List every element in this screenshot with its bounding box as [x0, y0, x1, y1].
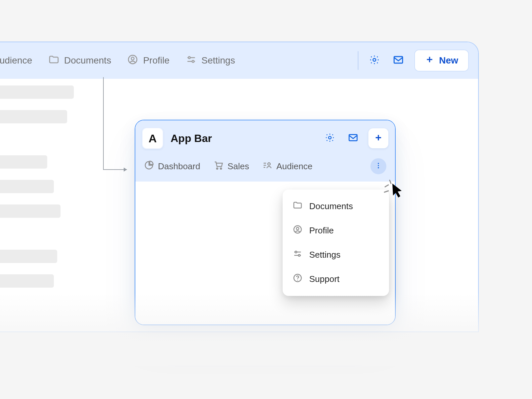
- mail-button[interactable]: [390, 53, 406, 68]
- svg-point-16: [216, 168, 218, 169]
- settings-button[interactable]: [366, 53, 382, 68]
- appbar-divider: [358, 51, 358, 70]
- svg-point-21: [268, 163, 271, 165]
- skeleton-line: [0, 155, 47, 169]
- svg-point-26: [296, 227, 299, 230]
- tab-sales[interactable]: Sales: [213, 160, 249, 173]
- svg-point-22: [378, 163, 379, 164]
- tab-audience-label: Audience: [276, 161, 312, 172]
- nav-settings-label: Settings: [201, 55, 235, 66]
- folder-icon: [48, 54, 60, 67]
- svg-point-27: [295, 251, 297, 253]
- overflow-button[interactable]: [370, 158, 386, 174]
- desktop-appbar: Audience Documents Profile Settings: [0, 42, 478, 79]
- plus-icon: [374, 133, 383, 144]
- nav-audience[interactable]: Audience: [0, 55, 32, 66]
- menu-item-profile[interactable]: Profile: [283, 218, 389, 243]
- users-list-icon: [262, 160, 272, 173]
- skeleton-line: [0, 85, 74, 99]
- mail-icon: [348, 132, 358, 144]
- skeleton-line: [0, 180, 54, 193]
- compact-tabs: Dashboard Sales Audience: [142, 149, 388, 182]
- compact-appbar: A App Bar: [135, 120, 395, 182]
- overflow-menu: Documents Profile Settings Support: [283, 190, 389, 296]
- svg-point-5: [192, 60, 194, 62]
- svg-point-30: [298, 254, 300, 256]
- compact-settings-button[interactable]: [322, 130, 338, 146]
- skeleton-line: [0, 250, 57, 263]
- cart-icon: [213, 160, 223, 173]
- tab-dashboard-label: Dashboard: [158, 161, 200, 172]
- sliders-icon: [293, 249, 303, 261]
- compact-mail-button[interactable]: [345, 130, 361, 146]
- folder-icon: [293, 200, 303, 212]
- tab-dashboard[interactable]: Dashboard: [144, 160, 200, 173]
- menu-item-label: Documents: [309, 201, 353, 211]
- app-logo: A: [142, 128, 163, 149]
- svg-point-8: [373, 59, 376, 62]
- svg-point-17: [220, 168, 222, 169]
- desktop-nav: Audience Documents Profile Settings: [0, 54, 235, 67]
- tab-sales-label: Sales: [227, 161, 249, 172]
- svg-point-1: [131, 57, 134, 60]
- skeleton-list: [0, 85, 74, 288]
- svg-point-2: [188, 57, 190, 59]
- compact-new-button[interactable]: [368, 128, 388, 148]
- mail-icon: [393, 54, 404, 67]
- nav-documents-label: Documents: [64, 55, 111, 66]
- skeleton-line: [0, 274, 54, 288]
- svg-rect-13: [349, 135, 357, 141]
- svg-rect-9: [394, 57, 403, 63]
- dots-vertical-icon: [375, 162, 382, 171]
- sliders-icon: [186, 54, 197, 67]
- svg-point-34: [297, 280, 298, 281]
- pie-chart-icon: [144, 160, 154, 173]
- gear-icon: [325, 132, 335, 144]
- new-button-label: New: [439, 55, 458, 66]
- nav-audience-label: Audience: [0, 55, 32, 66]
- app-logo-letter: A: [149, 132, 157, 145]
- help-circle-icon: [293, 273, 303, 285]
- menu-item-label: Support: [309, 274, 339, 284]
- app-title: App Bar: [171, 132, 212, 145]
- menu-item-settings[interactable]: Settings: [283, 243, 389, 267]
- svg-point-24: [378, 167, 379, 169]
- new-button[interactable]: New: [414, 50, 469, 71]
- menu-item-label: Settings: [309, 250, 340, 260]
- menu-item-label: Profile: [309, 225, 334, 236]
- menu-item-documents[interactable]: Documents: [283, 194, 389, 218]
- gear-icon: [369, 54, 380, 67]
- nav-documents[interactable]: Documents: [48, 54, 111, 67]
- menu-item-support[interactable]: Support: [283, 267, 389, 291]
- nav-profile-label: Profile: [143, 55, 169, 66]
- user-circle-icon: [127, 54, 138, 67]
- plus-icon: [425, 55, 434, 66]
- user-circle-icon: [293, 224, 303, 237]
- skeleton-line: [0, 110, 67, 123]
- nav-profile[interactable]: Profile: [127, 54, 169, 67]
- svg-point-23: [378, 165, 379, 166]
- svg-point-12: [329, 136, 331, 139]
- skeleton-line: [0, 204, 61, 218]
- tab-audience[interactable]: Audience: [262, 160, 312, 173]
- nav-settings[interactable]: Settings: [186, 54, 235, 67]
